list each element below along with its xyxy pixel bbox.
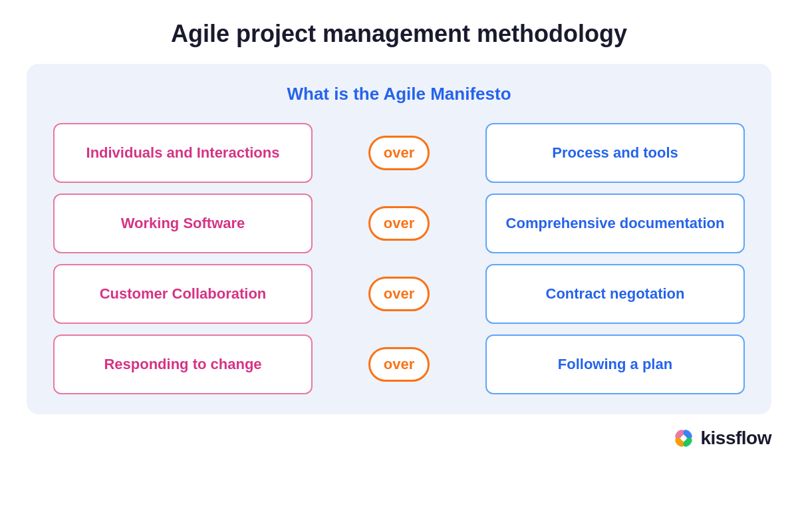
left-text-2: Working Software [121,215,245,232]
manifesto-row-4: Responding to change over Following a pl… [53,334,745,394]
manifesto-row-1: Individuals and Interactions over Proces… [53,123,745,183]
left-box-2: Working Software [53,194,313,253]
manifesto-row-2: Working Software over Comprehensive docu… [53,194,745,253]
over-pill-3: over [368,277,430,311]
right-box-3: Contract negotation [485,264,745,324]
left-box-1: Individuals and Interactions [53,123,313,183]
right-box-4: Following a plan [485,334,745,394]
right-text-3: Contract negotation [546,285,685,303]
over-pill-2: over [368,206,430,241]
manifesto-row-3: Customer Collaboration over Contract neg… [53,264,745,324]
right-text-2: Comprehensive documentation [506,215,725,232]
kissflow-brand-name: kissflow [701,428,771,449]
page-title: Agile project management methodology [171,20,627,48]
over-badge-4: over [362,347,436,382]
over-pill-4: over [368,347,430,382]
manifesto-rows: Individuals and Interactions over Proces… [53,123,745,394]
right-box-2: Comprehensive documentation [485,194,745,253]
over-pill-1: over [368,136,430,170]
right-box-1: Process and tools [485,123,745,183]
kissflow-logo: kissflow [27,426,771,450]
left-box-4: Responding to change [53,334,313,394]
left-text-1: Individuals and Interactions [86,144,280,162]
left-text-3: Customer Collaboration [100,285,267,303]
left-text-4: Responding to change [104,356,261,373]
manifesto-section-title: What is the Agile Manifesto [53,84,745,104]
right-text-1: Process and tools [552,144,678,162]
svg-point-4 [681,436,686,441]
left-box-3: Customer Collaboration [53,264,313,324]
right-text-4: Following a plan [558,356,672,373]
kissflow-icon [672,426,696,450]
manifesto-container: What is the Agile Manifesto Individuals … [27,64,771,414]
over-badge-2: over [362,206,436,241]
over-badge-3: over [362,277,436,311]
over-badge-1: over [362,136,436,170]
